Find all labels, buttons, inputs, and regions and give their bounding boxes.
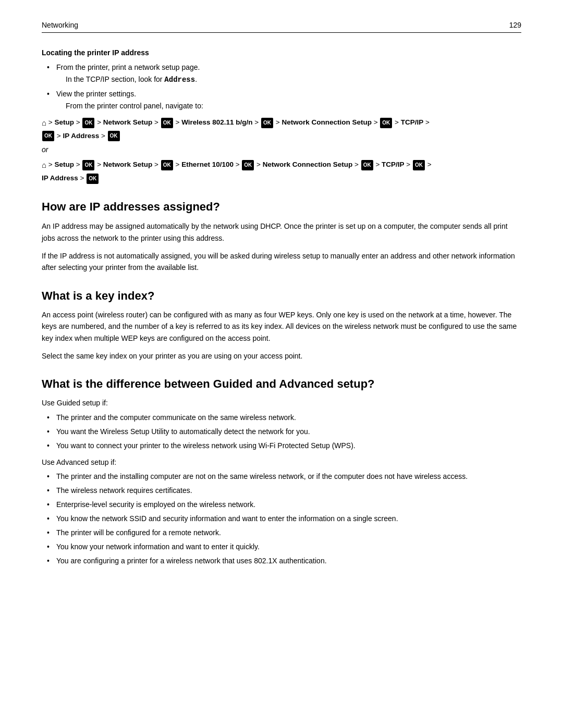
section-guided-advanced: What is the difference between Guided an… — [42, 377, 521, 566]
guided-bullet-2-text: You want the Wireless Setup Utility to a… — [56, 427, 310, 436]
nav2-ok2: OK — [161, 160, 173, 170]
nav2-arrow3: > — [175, 161, 181, 168]
nav2-arrow1: > — [48, 161, 55, 168]
nav2-network-setup: Network Setup — [103, 161, 153, 168]
advanced-bullet-2-text: The wireless network requires certificat… — [56, 486, 192, 495]
page: Networking 129 Locating the printer IP a… — [0, 0, 563, 728]
nav1-arrow1b: > — [76, 118, 82, 126]
section-ip-assigned: How are IP addresses assigned? An IP add… — [42, 200, 521, 274]
advanced-bullet-5: The printer will be configured for a rem… — [47, 527, 521, 538]
nav1-ok2: OK — [161, 118, 173, 128]
bullet2-text: View the printer settings. — [56, 90, 136, 98]
nav1-arrow1: > — [48, 118, 55, 126]
nav1-ok5: OK — [42, 131, 54, 141]
section1-heading: How are IP addresses assigned? — [42, 200, 521, 215]
nav1-arrow2b: > — [154, 118, 161, 126]
section-key-index: What is a key index? An access point (wi… — [42, 289, 521, 362]
nav1-ok4: OK — [380, 118, 392, 128]
advanced-bullet-7-text: You are configuring a printer for a wire… — [56, 557, 327, 565]
nav1-ok6: OK — [108, 131, 120, 141]
nav1-tcpip: TCP/IP — [401, 118, 424, 126]
page-number: 129 — [509, 21, 521, 29]
nav1-ok3: OK — [261, 118, 273, 128]
advanced-bullet-4-text: You know the network SSID and security i… — [56, 514, 398, 523]
advanced-bullet-list: The printer and the installing computer … — [47, 471, 521, 566]
nav-line-2: ⌂ > Setup > OK > Network Setup > OK > Et… — [42, 158, 521, 184]
section1-para2: If the IP address is not automatically a… — [42, 250, 521, 274]
nav2-ok1: OK — [82, 160, 94, 170]
use-guided-label: Use Guided setup if: — [42, 397, 521, 409]
nav1-network-conn: Network Connection Setup — [282, 118, 372, 126]
locating-heading: Locating the printer IP address — [42, 48, 521, 57]
nav2-arrow3b: > — [236, 161, 242, 168]
advanced-bullet-1-text: The printer and the installing computer … — [56, 472, 468, 480]
advanced-bullet-3: Enterprise-level security is employed on… — [47, 499, 521, 510]
bullet1-text: From the printer, print a network setup … — [56, 63, 200, 71]
nav1-network-setup: Network Setup — [103, 118, 153, 126]
nav1-ip-address: IP Address — [63, 132, 99, 140]
section-title: Networking — [42, 21, 78, 29]
nav2-arrow5b: > — [406, 161, 412, 168]
section3-heading: What is the difference between Guided an… — [42, 377, 521, 391]
nav1-arrow4: > — [276, 118, 282, 126]
nav2-arrow2: > — [97, 161, 103, 168]
guided-bullet-3: You want to connect your printer to the … — [47, 440, 521, 451]
sub-text-after: . — [195, 75, 197, 83]
section2-para2: Select the same key index on your printe… — [42, 350, 521, 362]
nav2-network-conn: Network Connection Setup — [263, 161, 353, 168]
use-advanced-label: Use Advanced setup if: — [42, 456, 521, 468]
nav1-arrow4b: > — [374, 118, 380, 126]
nav2-arrow4b: > — [354, 161, 361, 168]
nav2-arrow2b: > — [154, 161, 161, 168]
nav1-arrow5b: > — [425, 118, 430, 126]
advanced-bullet-5-text: The printer will be configured for a rem… — [56, 528, 221, 537]
locating-section: Locating the printer IP address From the… — [42, 48, 521, 185]
nav2-arrow4: > — [256, 161, 263, 168]
section2-heading: What is a key index? — [42, 289, 521, 303]
nav2-arrow6b: > — [80, 174, 87, 182]
nav1-arrow3b: > — [254, 118, 261, 126]
nav1-setup: Setup — [54, 118, 74, 126]
section2-para1: An access point (wireless router) can be… — [42, 309, 521, 344]
nav2-ok3: OK — [242, 160, 254, 170]
nav2-arrow1b: > — [76, 161, 82, 168]
nav2-ok6: OK — [87, 174, 99, 184]
bullet2-subtext: From the printer control panel, navigate… — [66, 101, 521, 112]
advanced-bullet-6-text: You know your network information and wa… — [56, 542, 260, 551]
nav2-setup: Setup — [54, 161, 74, 168]
nav2-tcpip: TCP/IP — [382, 161, 405, 168]
nav1-arrow2: > — [97, 118, 103, 126]
nav2-ip-address: IP Address — [42, 174, 78, 182]
guided-bullet-2: You want the Wireless Setup Utility to a… — [47, 426, 521, 437]
nav2-ok4: OK — [361, 160, 373, 170]
home-icon-2: ⌂ — [42, 161, 46, 169]
advanced-bullet-1: The printer and the installing computer … — [47, 471, 521, 482]
bullet-item-1: From the printer, print a network setup … — [47, 62, 521, 85]
nav2-ethernet: Ethernet 10/100 — [181, 161, 234, 168]
guided-bullet-list: The printer and the computer communicate… — [47, 412, 521, 451]
page-header: Networking 129 — [42, 21, 521, 33]
advanced-bullet-4: You know the network SSID and security i… — [47, 513, 521, 524]
bullet-item-2: View the printer settings. From the prin… — [47, 89, 521, 112]
address-code: Address — [164, 76, 195, 84]
guided-bullet-1: The printer and the computer communicate… — [47, 412, 521, 423]
home-icon-1: ⌂ — [42, 118, 46, 127]
guided-bullet-3-text: You want to connect your printer to the … — [56, 441, 356, 450]
nav1-wireless: Wireless 802.11 b/g/n — [181, 118, 252, 126]
nav2-arrow6: > — [427, 161, 432, 168]
advanced-bullet-3-text: Enterprise-level security is employed on… — [56, 500, 255, 509]
sub-text-before: In the TCP/IP section, look for — [66, 75, 164, 83]
nav1-arrow6b: > — [101, 132, 107, 140]
nav2-ok5: OK — [413, 160, 425, 170]
advanced-bullet-7: You are configuring a printer for a wire… — [47, 556, 521, 566]
guided-bullet-1-text: The printer and the computer communicate… — [56, 413, 296, 422]
nav1-ok1: OK — [82, 118, 94, 128]
locating-bullet-list: From the printer, print a network setup … — [47, 62, 521, 112]
nav1-arrow5: > — [395, 118, 401, 126]
advanced-bullet-2: The wireless network requires certificat… — [47, 485, 521, 496]
section1-para1: An IP address may be assigned automatica… — [42, 220, 521, 244]
nav1-arrow3: > — [175, 118, 181, 126]
bullet1-subtext: In the TCP/IP section, look for Address. — [66, 74, 521, 85]
nav2-arrow5: > — [375, 161, 382, 168]
nav1-arrow6: > — [57, 132, 63, 140]
